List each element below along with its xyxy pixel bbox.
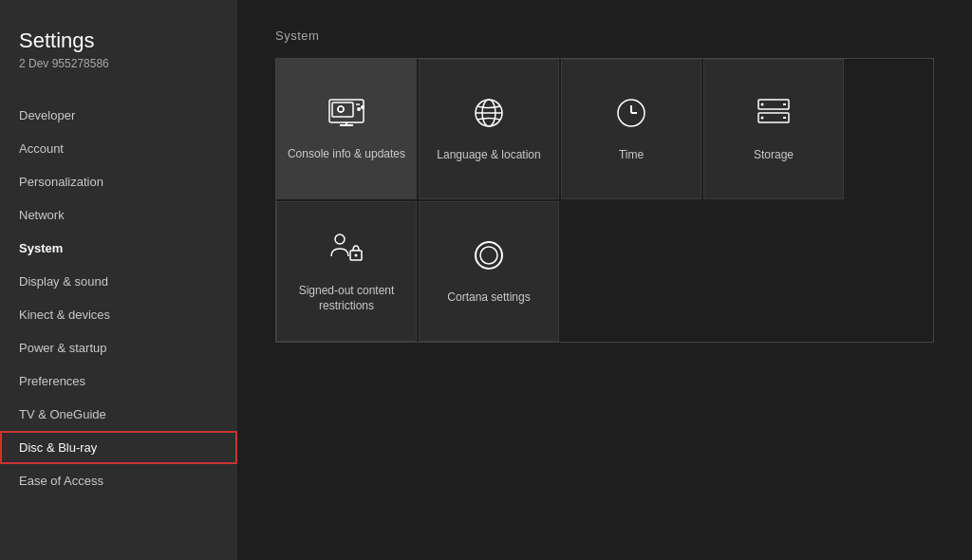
sidebar-item-developer[interactable]: Developer (0, 99, 237, 132)
sidebar-item-power-startup[interactable]: Power & startup (0, 331, 237, 364)
svg-point-25 (355, 253, 358, 256)
svg-point-26 (476, 242, 502, 269)
tile-console-info[interactable]: Console info & updates (276, 59, 417, 199)
sidebar-item-network[interactable]: Network (0, 198, 237, 232)
sidebar-nav: Developer Account Personalization Networ… (0, 99, 237, 497)
tile-time-label: Time (619, 148, 644, 163)
sidebar-item-account[interactable]: Account (0, 132, 237, 165)
sidebar-item-personalization[interactable]: Personalization (0, 165, 237, 198)
tile-language-location-label: Language & location (437, 148, 540, 163)
tile-cortana-settings-label: Cortana settings (447, 290, 530, 306)
app-title: Settings (19, 28, 218, 53)
tile-signed-out-content[interactable]: Signed-out content restrictions (276, 201, 417, 342)
tile-signed-out-content-label: Signed-out content restrictions (287, 284, 406, 313)
user-lock-icon (327, 230, 365, 271)
clock-icon (614, 96, 648, 135)
tile-cortana-settings[interactable]: Cortana settings (419, 201, 559, 342)
cortana-icon (472, 238, 506, 277)
tile-storage-label: Storage (754, 148, 794, 163)
svg-point-23 (335, 234, 345, 244)
main-content: System (237, 0, 972, 560)
sidebar-item-tv-oneguide[interactable]: TV & OneGuide (0, 398, 237, 431)
sidebar-item-ease-of-access[interactable]: Ease of Access (0, 464, 237, 497)
console-icon (327, 97, 366, 134)
svg-point-3 (361, 105, 364, 109)
section-title: System (275, 28, 934, 43)
sidebar-item-system[interactable]: System (0, 232, 237, 265)
svg-point-2 (357, 107, 361, 111)
tiles-grid: Console info & updates Language & locati… (275, 58, 934, 343)
sidebar-item-kinect-devices[interactable]: Kinect & devices (0, 298, 237, 331)
sidebar-header: Settings 2 Dev 955278586 (0, 28, 237, 99)
globe-icon (472, 96, 506, 135)
storage-icon (755, 96, 793, 135)
tile-language-location[interactable]: Language & location (419, 59, 559, 199)
sidebar: Settings 2 Dev 955278586 Developer Accou… (0, 0, 237, 560)
svg-point-22 (761, 116, 764, 119)
app-subtitle: 2 Dev 955278586 (19, 57, 218, 70)
sidebar-item-display-sound[interactable]: Display & sound (0, 265, 237, 298)
tile-time[interactable]: Time (561, 59, 701, 199)
tile-console-info-label: Console info & updates (288, 147, 405, 162)
sidebar-item-disc-bluray[interactable]: Disc & Blu-ray (0, 431, 237, 464)
svg-point-27 (480, 247, 497, 264)
tile-storage[interactable]: Storage (703, 59, 844, 199)
sidebar-item-preferences[interactable]: Preferences (0, 364, 237, 398)
svg-point-21 (761, 103, 764, 105)
